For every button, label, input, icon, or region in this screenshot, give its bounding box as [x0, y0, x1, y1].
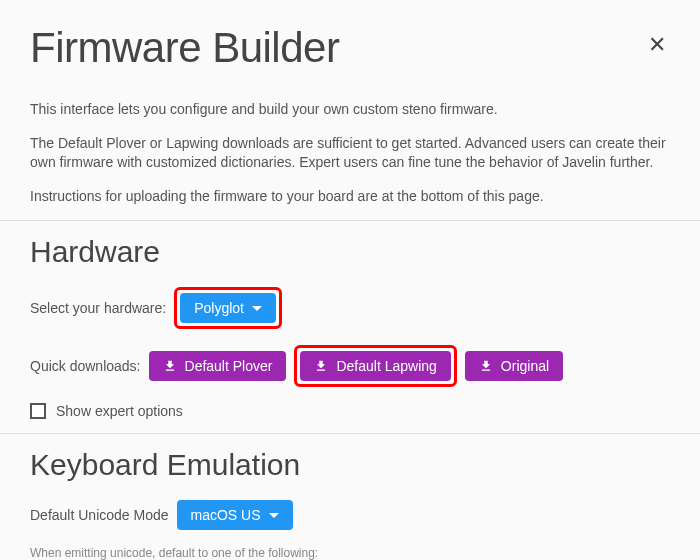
download-icon	[314, 359, 328, 373]
intro-paragraph-3: Instructions for uploading the firmware …	[30, 187, 670, 207]
quick-downloads-label: Quick downloads:	[30, 358, 141, 374]
hardware-select-label: Select your hardware:	[30, 300, 166, 316]
highlight-default-lapwing: Default Lapwing	[294, 345, 456, 387]
expert-options-label: Show expert options	[56, 403, 183, 419]
expert-options-checkbox[interactable]	[30, 403, 46, 419]
download-icon	[163, 359, 177, 373]
section-divider	[0, 433, 700, 434]
default-lapwing-button[interactable]: Default Lapwing	[300, 351, 450, 381]
keyboard-emulation-heading: Keyboard Emulation	[30, 448, 670, 482]
hardware-heading: Hardware	[30, 235, 670, 269]
page-title: Firmware Builder	[30, 24, 339, 72]
download-icon	[479, 359, 493, 373]
default-plover-label: Default Plover	[185, 358, 273, 374]
hardware-select[interactable]: Polyglot	[180, 293, 276, 323]
intro-paragraph-2: The Default Plover or Lapwing downloads …	[30, 134, 670, 173]
default-plover-button[interactable]: Default Plover	[149, 351, 287, 381]
intro-block: This interface lets you configure and bu…	[30, 100, 670, 206]
unicode-mode-label: Default Unicode Mode	[30, 507, 169, 523]
chevron-down-icon	[252, 306, 262, 311]
intro-paragraph-1: This interface lets you configure and bu…	[30, 100, 670, 120]
unicode-mode-hint: When emitting unicode, default to one of…	[30, 546, 670, 560]
hardware-select-value: Polyglot	[194, 300, 244, 316]
close-icon[interactable]: ✕	[644, 30, 670, 60]
default-lapwing-label: Default Lapwing	[336, 358, 436, 374]
unicode-mode-select[interactable]: macOS US	[177, 500, 293, 530]
original-label: Original	[501, 358, 549, 374]
chevron-down-icon	[269, 513, 279, 518]
unicode-mode-value: macOS US	[191, 507, 261, 523]
highlight-hardware-select: Polyglot	[174, 287, 282, 329]
section-divider	[0, 220, 700, 221]
original-button[interactable]: Original	[465, 351, 563, 381]
